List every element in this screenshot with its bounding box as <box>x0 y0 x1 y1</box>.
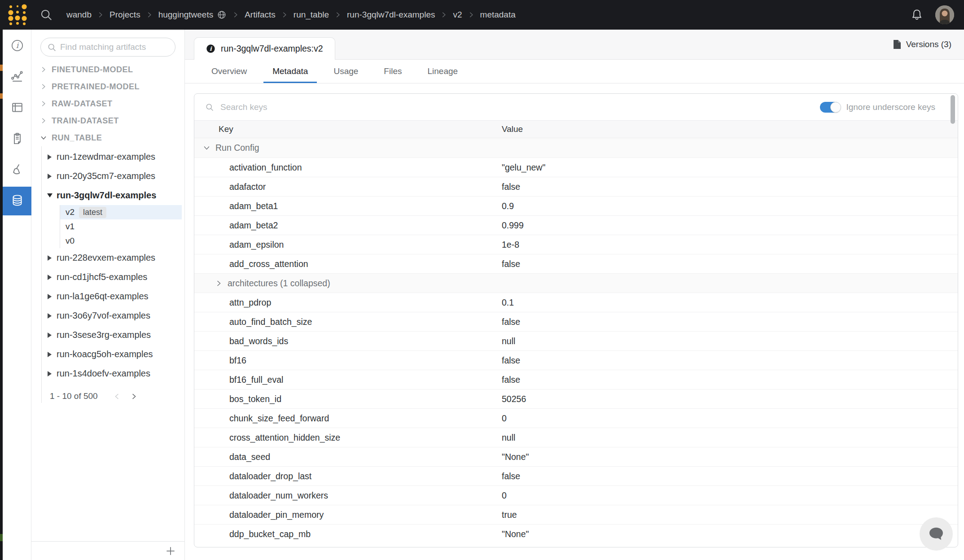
search-keys-input[interactable] <box>220 102 820 112</box>
version-label: v1 <box>66 222 74 232</box>
chevron-right-icon <box>40 101 47 107</box>
sidebar-category-label: RAW-DATASET <box>52 99 112 109</box>
breadcrumb-item-v2[interactable]: v2 <box>453 10 462 20</box>
sidebar-category-FINETUNED-MODEL[interactable]: FINETUNED-MODEL <box>31 61 184 78</box>
triangle-right-icon <box>48 371 52 376</box>
metadata-value: null <box>502 433 958 443</box>
rail-item-artifacts[interactable] <box>3 187 31 215</box>
tab-files[interactable]: Files <box>375 60 411 83</box>
sidebar-category-PRETRAINED-MODEL[interactable]: PRETRAINED-MODEL <box>31 78 184 95</box>
sidebar-category-RUN_TABLE[interactable]: RUN_TABLE <box>31 129 184 146</box>
tab-usage[interactable]: Usage <box>324 60 367 83</box>
metadata-group-row[interactable]: architectures (1 collapsed) <box>194 273 958 293</box>
rail-item-panels[interactable] <box>3 94 31 122</box>
versions-button[interactable]: Versions (3) <box>893 39 951 49</box>
version-item-v0[interactable]: v0 <box>60 234 182 248</box>
pagination-info: 1 - 10 of 500 <box>50 391 98 401</box>
metadata-key: bos_token_id <box>194 394 502 404</box>
toggle-knob <box>830 102 841 113</box>
version-item-v2[interactable]: v2latest <box>60 205 182 219</box>
triangle-right-icon <box>48 255 52 261</box>
add-artifact-icon[interactable] <box>165 545 176 557</box>
tree-item-run-1zewdmar-examples[interactable]: run-1zewdmar-examples <box>42 147 184 166</box>
tree-item-label: run-cd1jhcf5-examples <box>57 272 147 282</box>
metadata-row: bos_token_id50256 <box>194 389 958 408</box>
breadcrumb-item-label: run-3gqlw7dl-examples <box>347 10 435 20</box>
breadcrumb-separator-icon <box>335 12 341 18</box>
wandb-logo-icon[interactable] <box>7 3 28 26</box>
sidebar-footer <box>31 541 184 560</box>
metadata-key: dataloader_drop_last <box>194 471 502 481</box>
metadata-row: adam_epsilon1e-8 <box>194 235 958 254</box>
notifications-bell-icon[interactable] <box>910 8 924 22</box>
tab-metadata[interactable]: Metadata <box>263 60 317 83</box>
chevron-right-icon <box>40 83 47 90</box>
metadata-group-row[interactable]: Run Config <box>194 138 958 158</box>
tab-lineage[interactable]: Lineage <box>418 60 467 83</box>
tree-item-run-3sese3rg-examples[interactable]: run-3sese3rg-examples <box>42 325 184 345</box>
triangle-right-icon <box>48 294 52 299</box>
breadcrumb-item-huggingtweets[interactable]: huggingtweets <box>158 10 227 20</box>
metadata-value: "None" <box>502 529 958 539</box>
metadata-value: 0 <box>502 413 958 424</box>
tree-item-run-cd1jhcf5-examples[interactable]: run-cd1jhcf5-examples <box>42 267 184 287</box>
global-search-icon[interactable] <box>39 8 53 22</box>
breadcrumb-item-label: run_table <box>294 10 329 20</box>
triangle-right-icon <box>48 174 52 179</box>
artifact-version-tab[interactable]: i run-3gqlw7dl-examples:v2 <box>194 37 335 60</box>
tree-item-run-koacg5oh-examples[interactable]: run-koacg5oh-examples <box>42 345 184 364</box>
breadcrumb-item-label: Projects <box>110 10 140 20</box>
version-item-v1[interactable]: v1 <box>60 219 182 234</box>
main-panel: i run-3gqlw7dl-examples:v2 Versions (3) … <box>185 30 964 560</box>
metadata-key: ddp_bucket_cap_mb <box>194 529 502 539</box>
metadata-search-row: Ignore underscore keys <box>194 94 958 120</box>
tree-item-run-la1ge6qt-examples[interactable]: run-la1ge6qt-examples <box>42 287 184 306</box>
metadata-value: false <box>502 317 958 327</box>
user-avatar[interactable] <box>935 5 954 24</box>
globe-icon <box>217 10 227 20</box>
search-icon <box>205 103 214 112</box>
left-icon-rail: i <box>3 30 31 560</box>
tree-item-run-20y35cm7-examples[interactable]: run-20y35cm7-examples <box>42 166 184 186</box>
version-label: v0 <box>66 236 74 246</box>
ignore-underscore-toggle[interactable] <box>820 102 841 113</box>
sidebar-category-RAW-DATASET[interactable]: RAW-DATASET <box>31 95 184 112</box>
breadcrumb-item-metadata[interactable]: metadata <box>480 10 516 20</box>
next-page-icon[interactable] <box>128 390 140 402</box>
rail-item-reports[interactable] <box>3 125 31 153</box>
tree-item-run-228evxem-examples[interactable]: run-228evxem-examples <box>42 248 184 267</box>
tab-overview[interactable]: Overview <box>202 60 256 83</box>
previous-page-icon[interactable] <box>111 390 123 402</box>
metadata-row: adafactorfalse <box>194 177 958 196</box>
breadcrumb-item-Projects[interactable]: Projects <box>110 10 140 20</box>
breadcrumb-item-label: Artifacts <box>245 10 276 20</box>
artifact-tree: run-1zewdmar-examplesrun-20y35cm7-exampl… <box>41 146 184 403</box>
metadata-key: bf16_full_eval <box>194 375 502 385</box>
sidebar-category-TRAIN-DATASET[interactable]: TRAIN-DATASET <box>31 112 184 129</box>
breadcrumb-item-wandb[interactable]: wandb <box>66 10 92 20</box>
tree-item-label: run-228evxem-examples <box>57 253 155 263</box>
top-navbar: wandbProjectshuggingtweetsArtifactsrun_t… <box>0 0 964 30</box>
metadata-value: true <box>502 510 958 520</box>
triangle-right-icon <box>48 154 52 160</box>
breadcrumb-item-Artifacts[interactable]: Artifacts <box>245 10 276 20</box>
tree-item-run-3gqlw7dl-examples[interactable]: run-3gqlw7dl-examples <box>42 186 184 205</box>
metadata-value: false <box>502 259 958 269</box>
sidebar-category-label: RUN_TABLE <box>52 133 102 143</box>
breadcrumb-item-run_table[interactable]: run_table <box>294 10 329 20</box>
card-scrollbar-thumb[interactable] <box>951 95 955 124</box>
metadata-key: bf16 <box>194 355 502 366</box>
rail-item-info[interactable]: i <box>3 32 31 61</box>
support-chat-button[interactable] <box>920 517 953 551</box>
tree-item-run-1s4doefv-examples[interactable]: run-1s4doefv-examples <box>42 364 184 383</box>
artifact-search-input[interactable] <box>60 42 170 52</box>
artifact-tab-label: run-3gqlw7dl-examples:v2 <box>221 44 323 54</box>
rail-item-charts[interactable] <box>3 63 31 92</box>
metadata-value: 50256 <box>502 394 958 404</box>
breadcrumb-separator-icon <box>232 12 239 18</box>
breadcrumb-item-run-3gqlw7dl-examples[interactable]: run-3gqlw7dl-examples <box>347 10 435 20</box>
tree-item-label: run-20y35cm7-examples <box>57 171 155 181</box>
metadata-row: cross_attention_hidden_sizenull <box>194 428 958 447</box>
tree-item-run-3o6y7vof-examples[interactable]: run-3o6y7vof-examples <box>42 306 184 325</box>
rail-item-sweeps[interactable] <box>3 156 31 184</box>
